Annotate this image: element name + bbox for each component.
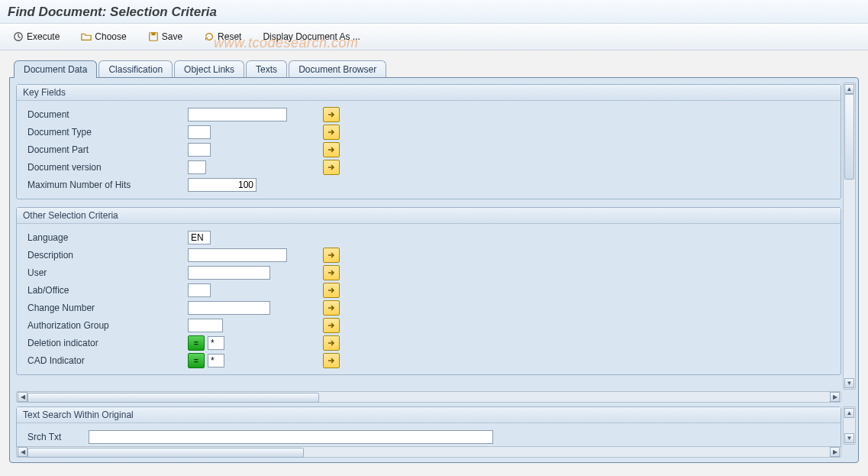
key-fields-header: Key Fields [17,85,841,101]
document-part-range-button[interactable] [323,142,340,157]
clock-icon [13,31,24,42]
document-version-input[interactable] [188,160,206,174]
equals-icon: = [194,357,198,365]
svg-rect-2 [151,33,155,36]
tab-strip: Document Data Classification Object Link… [9,60,859,77]
vertical-scrollbar[interactable]: ▲ ▼ [843,83,856,390]
cad-indicator-input[interactable] [208,354,224,368]
user-input[interactable] [188,266,270,280]
scroll-up-icon[interactable]: ▲ [844,408,854,418]
execute-label: Execute [27,31,60,42]
other-criteria-header: Other Selection Criteria [17,208,841,224]
label-auth-group: Authorization Group [24,320,188,331]
cad-indicator-range-button[interactable] [323,353,340,368]
horizontal-scrollbar-upper[interactable]: ◀ ▶ [16,391,841,403]
document-type-range-button[interactable] [323,125,340,140]
group-text-search: Text Search Within Original Srch Txt [16,406,841,452]
tab-document-browser[interactable]: Document Browser [289,60,386,78]
tab-panel: Key Fields Document Document Type Docume… [9,77,859,463]
label-document: Document [24,109,188,120]
choose-button[interactable]: Choose [76,29,131,44]
deletion-indicator-option-button[interactable]: = [188,335,205,351]
scroll-left-icon[interactable]: ◀ [18,447,27,457]
folder-open-icon [81,31,92,42]
deletion-indicator-range-button[interactable] [323,335,340,351]
scroll-up-icon[interactable]: ▲ [844,84,854,94]
scroll-right-icon[interactable]: ▶ [830,447,840,457]
scroll-down-icon[interactable]: ▼ [844,433,854,443]
auth-group-input[interactable] [188,319,223,332]
user-range-button[interactable] [323,265,340,280]
label-max-hits: Maximum Number of Hits [24,180,188,190]
save-icon [148,31,159,42]
document-type-input[interactable] [188,125,211,139]
search-text-input[interactable] [89,430,493,444]
scroll-right-icon[interactable]: ▶ [830,392,840,402]
deletion-indicator-input[interactable] [208,336,224,350]
label-srch-txt: Srch Txt [24,432,89,442]
display-as-label: Display Document As ... [263,31,360,42]
label-document-type: Document Type [24,127,188,138]
description-input[interactable] [188,248,287,262]
scroll-down-icon[interactable]: ▼ [844,378,854,388]
reset-button[interactable]: Reset [198,29,247,44]
auth-group-range-button[interactable] [323,318,340,333]
label-lab-office: Lab/Office [24,285,188,296]
document-range-button[interactable] [323,107,340,122]
label-change-number: Change Number [24,303,188,313]
hscroll-thumb[interactable] [27,393,319,403]
group-other-criteria: Other Selection Criteria Language Descri… [16,207,841,375]
label-document-version: Document version [24,162,188,173]
lab-office-input[interactable] [188,283,211,297]
label-description: Description [24,250,188,261]
reset-label: Reset [218,31,241,42]
save-label: Save [162,31,182,42]
change-number-range-button[interactable] [323,300,340,316]
save-button[interactable]: Save [143,29,188,44]
label-user: User [24,267,188,278]
equals-icon: = [194,339,198,348]
tab-classification[interactable]: Classification [98,60,173,78]
tab-document-data[interactable]: Document Data [14,60,97,78]
tab-object-links[interactable]: Object Links [174,60,244,78]
toolbar: Execute Choose Save Reset Display Docume… [0,24,868,50]
document-version-range-button[interactable] [323,160,340,175]
scroll-left-icon[interactable]: ◀ [18,392,27,402]
scroll-thumb[interactable] [844,94,854,180]
choose-label: Choose [95,31,126,42]
label-document-part: Document Part [24,144,188,155]
page-title: Find Document: Selection Criteria [8,5,860,20]
label-cad-indicator: CAD Indicator [24,355,188,366]
hscroll-thumb[interactable] [27,448,304,458]
reset-icon [204,31,215,42]
tab-texts[interactable]: Texts [246,60,287,78]
label-deletion-indicator: Deletion indicator [24,338,188,348]
group-key-fields: Key Fields Document Document Type Docume… [16,84,841,199]
cad-indicator-option-button[interactable]: = [188,353,205,368]
execute-button[interactable]: Execute [8,29,65,44]
change-number-input[interactable] [188,301,270,315]
display-as-button[interactable]: Display Document As ... [257,29,365,44]
title-bar: Find Document: Selection Criteria [0,0,868,24]
max-hits-input[interactable] [188,178,257,192]
label-language: Language [24,232,188,243]
language-input[interactable] [188,231,211,244]
horizontal-scrollbar-lower[interactable]: ◀ ▶ [16,446,841,458]
vertical-scrollbar-lower[interactable]: ▲ ▼ [843,406,856,445]
document-part-input[interactable] [188,143,211,157]
document-input[interactable] [188,108,287,121]
text-search-header: Text Search Within Original [17,407,841,423]
lab-office-range-button[interactable] [323,283,340,298]
description-range-button[interactable] [323,248,340,263]
